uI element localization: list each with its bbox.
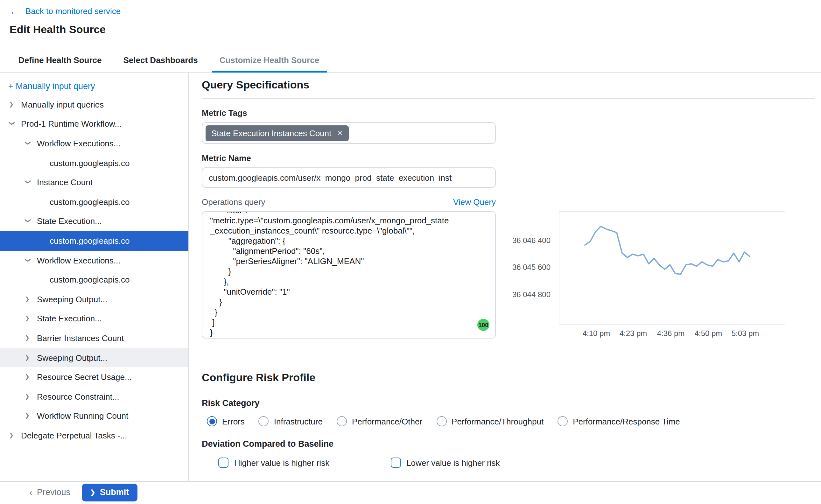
- tree-item[interactable]: ❯ Barrier Instances Count: [0, 328, 188, 348]
- radio-label: Performance/Response Time: [573, 417, 680, 426]
- tree-item-label: Sweeping Output...: [37, 353, 107, 362]
- section-divider: [202, 98, 815, 99]
- checkbox-label: Higher value is higher risk: [234, 458, 329, 467]
- metric-name-label: Metric Name: [202, 153, 815, 163]
- chart-xtick-label: 5:03 pm: [732, 329, 759, 338]
- chevron-right-icon[interactable]: ❯: [25, 316, 31, 322]
- previous-button[interactable]: ‹ Previous: [29, 487, 70, 497]
- tree-item[interactable]: ❯ Delegate Perpetual Tasks -...: [0, 426, 188, 445]
- radio-icon[interactable]: [436, 416, 446, 426]
- deviation-options: Higher value is higher risk Lower value …: [202, 458, 815, 468]
- tree-item-selected[interactable]: custom.googleapis.co: [0, 231, 188, 250]
- chart-svg: [559, 212, 786, 325]
- view-query-link[interactable]: View Query: [453, 197, 496, 207]
- radio-performance-response-time[interactable]: Performance/Response Time: [558, 416, 680, 426]
- tree-item-label: Barrier Instances Count: [37, 333, 124, 343]
- metric-tags-label: Metric Tags: [202, 108, 815, 118]
- tree-item[interactable]: custom.googleapis.co: [0, 153, 188, 173]
- radio-label: Performance/Throughput: [452, 417, 544, 426]
- radio-icon[interactable]: [558, 416, 568, 426]
- metric-name-input[interactable]: [202, 167, 496, 188]
- remove-tag-icon[interactable]: ✕: [337, 129, 343, 137]
- radio-errors[interactable]: Errors: [207, 416, 245, 426]
- tab-define-health-source[interactable]: Define Health Source: [11, 48, 109, 72]
- tree-item[interactable]: ❯ Sweeping Output...: [0, 348, 188, 367]
- chevron-right-icon[interactable]: ❯: [9, 102, 15, 108]
- tree-item-label: custom.googleapis.co: [50, 197, 130, 207]
- chevron-right-icon[interactable]: ❯: [9, 433, 15, 438]
- tree-item[interactable]: ❯ State Execution...: [0, 212, 188, 231]
- radio-icon[interactable]: [337, 416, 347, 426]
- tree-item-label: custom.googleapis.co: [50, 236, 130, 246]
- metric-tag-chip-label: State Execution Instances Count: [211, 128, 331, 138]
- tree-item[interactable]: ❯ State Execution...: [0, 309, 188, 328]
- tree-item-label: Sweeping Output...: [37, 294, 107, 304]
- tree-item[interactable]: ❯ Instance Count: [0, 173, 188, 192]
- tree-item[interactable]: ❯ Workflow Executions...: [0, 134, 188, 153]
- operations-query-label: Operations query: [202, 197, 265, 207]
- operations-query-row: Operations query View Query: [202, 197, 496, 207]
- tree-item-label: Workflow Executions...: [37, 139, 121, 148]
- chevron-down-icon[interactable]: ❯: [25, 179, 31, 186]
- wizard-tabs: Define Health Source Select Dashboards C…: [0, 48, 821, 73]
- chart-xtick-label: 4:50 pm: [695, 329, 722, 338]
- checkbox-higher-value-higher-risk[interactable]: Higher value is higher risk: [218, 458, 329, 468]
- tree-item[interactable]: ❯ Manually input queries: [0, 95, 188, 114]
- radio-infrastructure[interactable]: Infrastructure: [259, 416, 323, 426]
- chart-xtick-label: 4:36 pm: [657, 329, 685, 338]
- operations-query-textarea[interactable]: "filter": "metric.type=\"custom.googleap…: [202, 211, 496, 339]
- main-panel: Query Specifications Metric Tags State E…: [189, 73, 821, 481]
- tree-item-label: Instance Count: [37, 178, 93, 187]
- chart-xtick-label: 4:23 pm: [620, 329, 647, 338]
- radio-performance-other[interactable]: Performance/Other: [337, 416, 422, 426]
- tab-customize-health-source[interactable]: Customize Health Source: [212, 48, 327, 72]
- chevron-down-icon[interactable]: ❯: [25, 219, 31, 225]
- configure-risk-profile-title: Configure Risk Profile: [202, 372, 815, 384]
- tree-item-label: Resource Constraint...: [37, 392, 119, 401]
- tree-item[interactable]: ❯ Resource Secret Usage...: [0, 367, 188, 387]
- checkbox-icon[interactable]: [218, 458, 228, 468]
- metric-tag-chip[interactable]: State Execution Instances Count ✕: [206, 125, 349, 141]
- tree-item[interactable]: ❯ Resource Constraint...: [0, 387, 188, 406]
- radio-label: Infrastructure: [274, 417, 323, 426]
- checkbox-icon[interactable]: [390, 458, 401, 468]
- tree-item[interactable]: ❯ Prod-1 Runtime Workflow...: [0, 114, 188, 134]
- chevron-down-icon[interactable]: ❯: [9, 121, 15, 128]
- chevron-right-icon[interactable]: ❯: [25, 413, 31, 419]
- tree-item[interactable]: ❯ Workflow Executions...: [0, 251, 188, 270]
- chevron-right-icon[interactable]: ❯: [25, 394, 31, 399]
- chevron-right-icon[interactable]: ❯: [25, 355, 31, 361]
- tree-item[interactable]: ❯ Sweeping Output...: [0, 290, 188, 309]
- radio-label: Errors: [222, 417, 245, 426]
- chevron-right-icon[interactable]: ❯: [25, 335, 31, 341]
- radio-icon[interactable]: [207, 416, 217, 426]
- edit-health-source-page: ← Back to monitored service Edit Health …: [0, 0, 821, 504]
- radio-icon[interactable]: [259, 416, 269, 426]
- chevron-down-icon[interactable]: ❯: [25, 141, 31, 147]
- tree-item-label: State Execution...: [37, 314, 102, 324]
- chart-ytick-label: 36 046 400: [512, 236, 551, 245]
- add-manual-query-link[interactable]: + Manually input query: [8, 81, 95, 91]
- footer-bar: ‹ Previous ❯ Submit: [0, 482, 821, 503]
- chevron-right-icon: ❯: [90, 489, 95, 495]
- tree-item-label: Prod-1 Runtime Workflow...: [21, 119, 122, 129]
- chevron-down-icon[interactable]: ❯: [25, 257, 31, 264]
- metric-tags-input[interactable]: State Execution Instances Count ✕: [202, 122, 496, 144]
- query-and-chart-row: "filter": "metric.type=\"custom.googleap…: [202, 211, 815, 339]
- tab-select-dashboards[interactable]: Select Dashboards: [116, 48, 206, 72]
- chart-ytick-label: 36 044 800: [512, 290, 551, 299]
- chart-plot-area: [559, 211, 785, 325]
- radio-performance-throughput[interactable]: Performance/Throughput: [436, 416, 544, 426]
- chevron-left-icon: ‹: [29, 487, 32, 497]
- tree-item[interactable]: custom.googleapis.co: [0, 192, 188, 212]
- chevron-right-icon[interactable]: ❯: [25, 296, 31, 302]
- tree-item[interactable]: custom.googleapis.co: [0, 270, 188, 290]
- back-link[interactable]: ← Back to monitored service: [10, 6, 121, 16]
- chevron-right-icon[interactable]: ❯: [25, 374, 31, 380]
- submit-button[interactable]: ❯ Submit: [82, 483, 137, 501]
- risk-category-label: Risk Category: [202, 398, 815, 408]
- tree-item[interactable]: ❯ Workflow Running Count: [0, 406, 188, 426]
- tree-item-label: Manually input queries: [21, 100, 104, 109]
- checkbox-label: Lower value is higher risk: [406, 458, 500, 467]
- checkbox-lower-value-higher-risk[interactable]: Lower value is higher risk: [390, 458, 500, 468]
